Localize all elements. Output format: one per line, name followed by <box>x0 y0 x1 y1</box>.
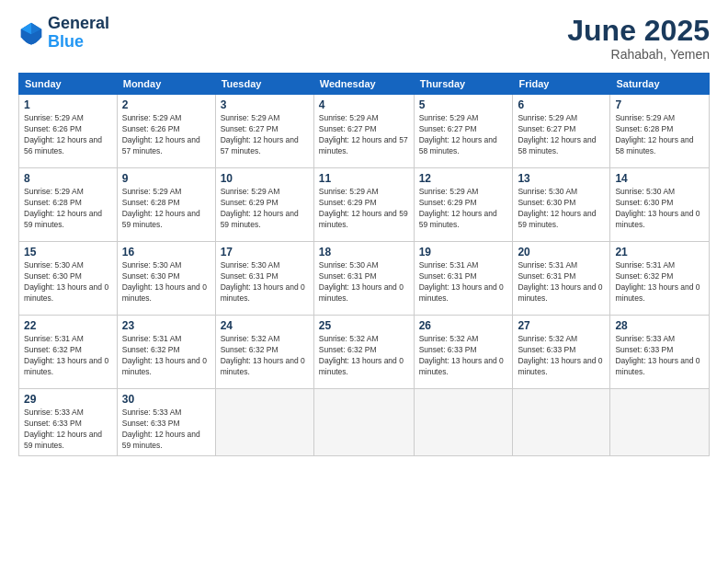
day-number: 25 <box>319 319 409 332</box>
day-info: Sunrise: 5:31 AM Sunset: 6:32 PM Dayligh… <box>122 334 210 378</box>
calendar-header-row: Sunday Monday Tuesday Wednesday Thursday… <box>19 74 710 95</box>
calendar-cell: 23 Sunrise: 5:31 AM Sunset: 6:32 PM Dayl… <box>117 316 215 389</box>
day-info: Sunrise: 5:29 AM Sunset: 6:28 PM Dayligh… <box>615 113 704 157</box>
day-info: Sunrise: 5:29 AM Sunset: 6:28 PM Dayligh… <box>122 187 210 231</box>
calendar-page: General Blue June 2025 Rahabah, Yemen Su… <box>0 0 728 563</box>
calendar-cell: 27 Sunrise: 5:32 AM Sunset: 6:33 PM Dayl… <box>513 316 610 389</box>
day-info: Sunrise: 5:30 AM Sunset: 6:31 PM Dayligh… <box>221 260 309 304</box>
calendar-cell: 9 Sunrise: 5:29 AM Sunset: 6:28 PM Dayli… <box>117 168 215 242</box>
calendar-cell: 11 Sunrise: 5:29 AM Sunset: 6:29 PM Dayl… <box>313 168 414 242</box>
day-number: 4 <box>319 98 409 111</box>
month-title: June 2025 <box>567 15 710 47</box>
day-info: Sunrise: 5:29 AM Sunset: 6:27 PM Dayligh… <box>419 113 508 157</box>
calendar-cell: 26 Sunrise: 5:32 AM Sunset: 6:33 PM Dayl… <box>414 316 513 389</box>
day-number: 14 <box>615 172 704 185</box>
week-row-3: 15 Sunrise: 5:30 AM Sunset: 6:30 PM Dayl… <box>19 242 710 316</box>
day-number: 19 <box>419 246 508 259</box>
header-wednesday: Wednesday <box>313 74 414 95</box>
day-number: 17 <box>221 246 309 259</box>
day-number: 3 <box>221 98 309 111</box>
calendar-cell: 14 Sunrise: 5:30 AM Sunset: 6:30 PM Dayl… <box>610 168 710 242</box>
header-monday: Monday <box>117 74 215 95</box>
day-number: 12 <box>419 172 508 185</box>
page-header: General Blue June 2025 Rahabah, Yemen <box>18 15 710 62</box>
calendar-cell: 16 Sunrise: 5:30 AM Sunset: 6:30 PM Dayl… <box>117 242 215 316</box>
day-number: 28 <box>615 319 704 332</box>
day-info: Sunrise: 5:33 AM Sunset: 6:33 PM Dayligh… <box>615 334 704 378</box>
calendar-cell: 21 Sunrise: 5:31 AM Sunset: 6:32 PM Dayl… <box>610 242 710 316</box>
calendar-cell: 15 Sunrise: 5:30 AM Sunset: 6:30 PM Dayl… <box>19 242 118 316</box>
day-info: Sunrise: 5:32 AM Sunset: 6:33 PM Dayligh… <box>518 334 605 378</box>
day-info: Sunrise: 5:29 AM Sunset: 6:29 PM Dayligh… <box>221 187 309 231</box>
calendar-cell: 18 Sunrise: 5:30 AM Sunset: 6:31 PM Dayl… <box>313 242 414 316</box>
day-number: 21 <box>615 246 704 259</box>
day-info: Sunrise: 5:30 AM Sunset: 6:30 PM Dayligh… <box>122 260 210 304</box>
day-number: 27 <box>518 319 605 332</box>
day-number: 30 <box>122 393 210 406</box>
day-info: Sunrise: 5:29 AM Sunset: 6:26 PM Dayligh… <box>24 113 112 157</box>
day-number: 15 <box>24 246 112 259</box>
day-number: 11 <box>319 172 409 185</box>
day-info: Sunrise: 5:30 AM Sunset: 6:31 PM Dayligh… <box>319 260 409 304</box>
header-friday: Friday <box>513 74 610 95</box>
calendar-cell: 2 Sunrise: 5:29 AM Sunset: 6:26 PM Dayli… <box>117 95 215 168</box>
calendar-cell: 24 Sunrise: 5:32 AM Sunset: 6:32 PM Dayl… <box>215 316 313 389</box>
day-number: 16 <box>122 246 210 259</box>
day-info: Sunrise: 5:30 AM Sunset: 6:30 PM Dayligh… <box>24 260 112 304</box>
day-number: 29 <box>24 393 112 406</box>
calendar-cell: 12 Sunrise: 5:29 AM Sunset: 6:29 PM Dayl… <box>414 168 513 242</box>
day-number: 23 <box>122 319 210 332</box>
calendar-cell: 17 Sunrise: 5:30 AM Sunset: 6:31 PM Dayl… <box>215 242 313 316</box>
logo-text-blue: Blue <box>48 33 109 52</box>
calendar-cell <box>513 389 610 456</box>
header-tuesday: Tuesday <box>215 74 313 95</box>
title-block: June 2025 Rahabah, Yemen <box>567 15 710 62</box>
calendar-cell <box>313 389 414 456</box>
day-info: Sunrise: 5:33 AM Sunset: 6:33 PM Dayligh… <box>24 408 112 452</box>
day-number: 10 <box>221 172 309 185</box>
day-info: Sunrise: 5:31 AM Sunset: 6:31 PM Dayligh… <box>518 260 605 304</box>
day-info: Sunrise: 5:30 AM Sunset: 6:30 PM Dayligh… <box>615 187 704 231</box>
logo: General Blue <box>18 15 109 52</box>
calendar-cell: 20 Sunrise: 5:31 AM Sunset: 6:31 PM Dayl… <box>513 242 610 316</box>
calendar-cell <box>215 389 313 456</box>
day-number: 6 <box>518 98 605 111</box>
calendar-cell: 4 Sunrise: 5:29 AM Sunset: 6:27 PM Dayli… <box>313 95 414 168</box>
calendar-cell: 8 Sunrise: 5:29 AM Sunset: 6:28 PM Dayli… <box>19 168 118 242</box>
day-number: 18 <box>319 246 409 259</box>
header-sunday: Sunday <box>19 74 118 95</box>
day-number: 9 <box>122 172 210 185</box>
calendar-cell: 28 Sunrise: 5:33 AM Sunset: 6:33 PM Dayl… <box>610 316 710 389</box>
day-info: Sunrise: 5:29 AM Sunset: 6:29 PM Dayligh… <box>419 187 508 231</box>
day-info: Sunrise: 5:32 AM Sunset: 6:32 PM Dayligh… <box>221 334 309 378</box>
week-row-5: 29 Sunrise: 5:33 AM Sunset: 6:33 PM Dayl… <box>19 389 710 456</box>
calendar-cell: 25 Sunrise: 5:32 AM Sunset: 6:32 PM Dayl… <box>313 316 414 389</box>
day-info: Sunrise: 5:29 AM Sunset: 6:27 PM Dayligh… <box>221 113 309 157</box>
calendar-cell: 6 Sunrise: 5:29 AM Sunset: 6:27 PM Dayli… <box>513 95 610 168</box>
day-number: 13 <box>518 172 605 185</box>
week-row-2: 8 Sunrise: 5:29 AM Sunset: 6:28 PM Dayli… <box>19 168 710 242</box>
day-info: Sunrise: 5:30 AM Sunset: 6:30 PM Dayligh… <box>518 187 605 231</box>
header-saturday: Saturday <box>610 74 710 95</box>
day-number: 1 <box>24 98 112 111</box>
calendar-cell: 19 Sunrise: 5:31 AM Sunset: 6:31 PM Dayl… <box>414 242 513 316</box>
calendar-cell: 29 Sunrise: 5:33 AM Sunset: 6:33 PM Dayl… <box>19 389 118 456</box>
day-number: 5 <box>419 98 508 111</box>
day-info: Sunrise: 5:29 AM Sunset: 6:27 PM Dayligh… <box>319 113 409 157</box>
day-info: Sunrise: 5:33 AM Sunset: 6:33 PM Dayligh… <box>122 408 210 452</box>
day-number: 7 <box>615 98 704 111</box>
day-info: Sunrise: 5:32 AM Sunset: 6:33 PM Dayligh… <box>419 334 508 378</box>
day-info: Sunrise: 5:29 AM Sunset: 6:26 PM Dayligh… <box>122 113 210 157</box>
day-number: 20 <box>518 246 605 259</box>
day-number: 8 <box>24 172 112 185</box>
day-info: Sunrise: 5:32 AM Sunset: 6:32 PM Dayligh… <box>319 334 409 378</box>
calendar-cell: 7 Sunrise: 5:29 AM Sunset: 6:28 PM Dayli… <box>610 95 710 168</box>
calendar-cell: 5 Sunrise: 5:29 AM Sunset: 6:27 PM Dayli… <box>414 95 513 168</box>
day-number: 24 <box>221 319 309 332</box>
day-info: Sunrise: 5:31 AM Sunset: 6:32 PM Dayligh… <box>24 334 112 378</box>
calendar-cell: 3 Sunrise: 5:29 AM Sunset: 6:27 PM Dayli… <box>215 95 313 168</box>
week-row-1: 1 Sunrise: 5:29 AM Sunset: 6:26 PM Dayli… <box>19 95 710 168</box>
day-info: Sunrise: 5:31 AM Sunset: 6:32 PM Dayligh… <box>615 260 704 304</box>
day-number: 2 <box>122 98 210 111</box>
calendar-cell: 13 Sunrise: 5:30 AM Sunset: 6:30 PM Dayl… <box>513 168 610 242</box>
